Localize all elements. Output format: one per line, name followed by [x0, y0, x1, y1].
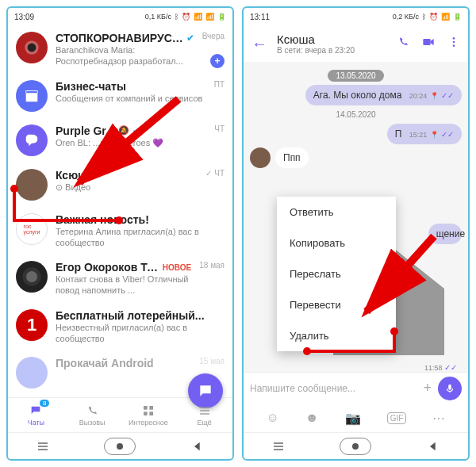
svg-rect-6 — [149, 406, 153, 410]
location-icon: 📍 — [430, 92, 439, 100]
new-badge: НОВОЕ — [163, 263, 191, 272]
emoji-button[interactable]: ☻ — [305, 411, 319, 425]
svg-point-20 — [453, 41, 455, 44]
tab-label: Вызовы — [79, 419, 106, 427]
call-button[interactable] — [397, 36, 409, 52]
status-right: 0,1 КБ/с ᛒ ⏰ 📶 📶 🔋 — [145, 13, 226, 21]
conversation-title: Ксюша — [277, 33, 387, 46]
avatar — [16, 169, 48, 201]
gif-button[interactable]: GIF — [387, 412, 407, 424]
avatar — [16, 261, 48, 293]
chat-meta: 18 мая — [199, 261, 225, 270]
svg-rect-25 — [274, 442, 283, 443]
message-bubble-out[interactable]: П 15:21 📍 ✓✓ — [387, 124, 462, 144]
avatar — [16, 124, 48, 156]
nav-recent[interactable] — [35, 438, 51, 454]
more-button[interactable]: ⋯ — [432, 411, 445, 426]
back-button[interactable]: ← — [251, 35, 267, 53]
tab-badge: 8 — [40, 400, 49, 407]
nav-back[interactable] — [425, 438, 441, 454]
tab-chats[interactable]: 8 Чаты — [8, 398, 64, 432]
chat-subtitle: Контакт снова в Viber! Отличный повод на… — [56, 274, 191, 297]
verified-icon: ✔ — [186, 33, 194, 44]
svg-rect-24 — [448, 384, 451, 389]
message-bubble-out[interactable]: Ага. Мы около дома 20:24 📍 ✓✓ — [305, 85, 462, 105]
video-icon — [422, 36, 435, 48]
conversation-body: 13.05.2020 Ага. Мы около дома 20:24 📍 ✓✓… — [244, 62, 468, 372]
chat-title: Ксюша — [56, 169, 94, 182]
sticker-button[interactable]: ☺ — [267, 411, 279, 425]
svg-point-28 — [352, 443, 359, 450]
chat-info: СТОПКОРОНАВИРУС.РФ ✔ Baranchikova Maria:… — [56, 32, 194, 67]
composer: Напишите сообщение... + — [244, 372, 468, 404]
verified-icon: ✔ — [132, 125, 140, 136]
message-text: П — [395, 128, 402, 140]
mic-icon — [444, 383, 455, 394]
nav-recent[interactable] — [271, 438, 286, 454]
mute-icon: 🔕 — [118, 125, 129, 136]
status-time: 13:11 — [250, 13, 270, 21]
plus-button[interactable]: + — [423, 380, 432, 396]
chat-subtitle: Сообщения от компаний и сервисов — [56, 93, 206, 104]
read-checks-icon: ✓✓ — [441, 91, 454, 100]
read-checks-icon: ✓✓ — [444, 363, 457, 372]
message-input[interactable]: Напишите сообщение... — [250, 383, 416, 394]
chat-row[interactable]: Purple Gr... 🔕 ✔ Oren BL: ...ncareHeroes… — [8, 118, 232, 163]
nav-home[interactable] — [104, 438, 136, 455]
chat-row[interactable]: 1 Бесплатный лотерейный... Неизвестный п… — [8, 303, 232, 351]
tab-calls[interactable]: Вызовы — [64, 398, 121, 432]
ctx-copy[interactable]: Копировать — [277, 228, 396, 258]
menu-button[interactable] — [447, 36, 460, 52]
nav-home[interactable] — [340, 438, 371, 455]
menu-icon — [198, 404, 211, 417]
chat-meta: 15 мая — [199, 357, 225, 366]
chat-meta: ✓ ЧТ — [205, 169, 225, 178]
svg-point-4 — [26, 271, 37, 282]
chat-subtitle: Тетерина Алина пригласил(а) вас в сообще… — [56, 226, 225, 249]
nav-back[interactable] — [190, 438, 205, 454]
store-icon — [23, 87, 40, 105]
chat-row[interactable]: госуслуги Важная новость! Тетерина Алина… — [8, 207, 232, 255]
chat-row[interactable]: Бизнес-чаты Сообщения от компаний и серв… — [8, 74, 232, 118]
viber-icon — [23, 132, 40, 149]
chat-row-ksyusha[interactable]: Ксюша ⊙ Видео ✓ ЧТ — [8, 163, 232, 207]
ctx-delete[interactable]: Удалить — [277, 320, 396, 351]
alarm-icon: ⏰ — [182, 13, 190, 21]
avatar-small — [250, 147, 271, 168]
tab-label: Ещё — [197, 419, 211, 427]
battery-icon: 🔋 — [453, 13, 462, 21]
avatar — [16, 80, 48, 112]
status-bar: 13:09 0,1 КБ/с ᛒ ⏰ 📶 📶 🔋 — [8, 8, 232, 25]
phone-icon — [86, 404, 98, 417]
composer-icons: ☺ ☻ 📷 GIF ⋯ — [244, 404, 468, 432]
chat-row[interactable]: СТОПКОРОНАВИРУС.РФ ✔ Baranchikova Maria:… — [8, 25, 232, 74]
phone-conversation: 13:11 0,2 КБ/с ᛒ ⏰ 📶 🔋 ← Ксюша В сети: в… — [242, 6, 470, 461]
message-text: Ппп — [283, 152, 301, 163]
context-menu: Ответить Копировать Переслать Перевести … — [277, 197, 396, 351]
svg-point-15 — [117, 443, 123, 450]
conversation-status: В сети: вчера в 23:20 — [277, 46, 387, 55]
message-bubble-out[interactable]: щение — [428, 224, 462, 244]
avatar: 1 — [16, 309, 48, 341]
chat-meta: ПТ — [214, 80, 225, 89]
ctx-reply[interactable]: Ответить — [277, 197, 396, 228]
ctx-translate[interactable]: Перевести — [277, 289, 396, 320]
message-time: 11:58 ✓✓ — [424, 363, 457, 372]
svg-rect-5 — [144, 406, 148, 410]
svg-rect-27 — [274, 449, 283, 450]
video-call-button[interactable] — [422, 36, 435, 52]
ctx-forward[interactable]: Переслать — [277, 258, 396, 289]
date-pill: 13.05.2020 — [328, 70, 383, 82]
tab-discover[interactable]: Интересное — [121, 398, 177, 432]
chat-title: Важная новость! — [56, 213, 149, 226]
plus-badge[interactable]: + — [210, 54, 225, 68]
location-icon: 📍 — [430, 131, 439, 139]
chat-title: Егор Окороков Тел... — [56, 261, 159, 274]
message-bubble-in[interactable]: Ппп — [275, 147, 309, 168]
tab-more[interactable]: Ещё — [176, 398, 232, 432]
chat-row[interactable]: Егор Окороков Тел... НОВОЕ Контакт снова… — [8, 255, 232, 303]
voice-button[interactable] — [438, 377, 462, 400]
tab-label: Интересное — [129, 419, 168, 427]
camera-button[interactable]: 📷 — [345, 411, 361, 426]
conv-title-block[interactable]: Ксюша В сети: вчера в 23:20 — [277, 33, 387, 55]
